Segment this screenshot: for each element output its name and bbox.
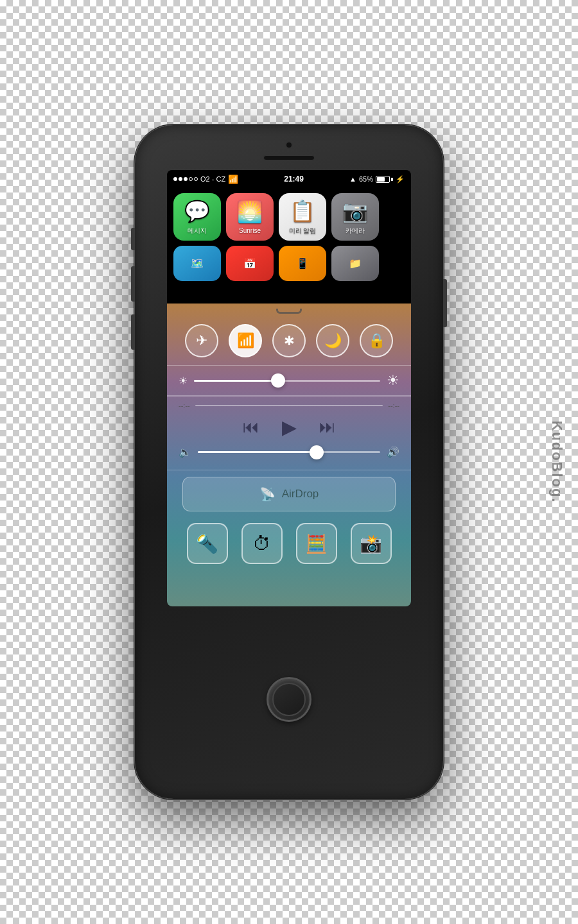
carrier-name: O2 - CZ [200, 175, 225, 183]
status-right: ▲ 65% ⚡ [349, 175, 405, 184]
volume-row: 🔈 🔊 [167, 443, 411, 465]
homescreen: 💬 메시지 🌅 Sunrise 📋 미리 알림 📷 카메라 🗺️ [167, 188, 411, 304]
bluetooth-icon: ✱ [284, 333, 295, 348]
brightness-low-icon: ☀ [179, 375, 188, 387]
app-folder[interactable]: 📁 [331, 246, 379, 281]
volume-low-icon: 🔈 [179, 446, 191, 458]
phone-screen: O2 - CZ 📶 21:49 ▲ 65% ⚡ 💬 [167, 170, 411, 606]
wifi-toggle-icon: 📶 [237, 332, 254, 349]
signal-dot-2 [179, 177, 182, 181]
lock-rotation-icon: 🔒 [368, 332, 385, 349]
mute-switch[interactable] [131, 228, 135, 250]
status-bar: O2 - CZ 📶 21:49 ▲ 65% ⚡ [167, 170, 411, 188]
app-reminders[interactable]: 📋 미리 알림 [279, 193, 326, 241]
status-left: O2 - CZ 📶 [173, 175, 238, 184]
app-camera[interactable]: 📷 카메라 [331, 193, 379, 241]
media-seek-row: --:-- --:-- [167, 402, 411, 413]
top-bezel [135, 125, 443, 170]
volume-high-icon: 🔊 [387, 446, 399, 458]
volume-fill [198, 451, 317, 453]
battery-percent: 65% [359, 175, 373, 183]
pull-chevron-icon [276, 309, 302, 314]
do-not-disturb-toggle[interactable]: 🌙 [316, 324, 349, 357]
flashlight-icon: 🔦 [196, 533, 218, 554]
bluetooth-toggle[interactable]: ✱ [272, 324, 306, 357]
app-messages[interactable]: 💬 메시지 [173, 193, 221, 241]
battery-tip [391, 178, 393, 181]
pull-indicator [167, 304, 411, 318]
brightness-high-icon: ☀ [387, 372, 399, 389]
calculator-icon: 🧮 [305, 533, 328, 554]
rotation-lock-toggle[interactable]: 🔒 [360, 324, 393, 357]
airdrop-icon: 📡 [259, 486, 276, 502]
battery-body [376, 176, 390, 183]
brightness-track[interactable] [194, 380, 380, 382]
app-calendar[interactable]: 📅 [226, 246, 274, 281]
sunrise-label: Sunrise [239, 227, 261, 234]
camera-label: 카메라 [346, 227, 365, 235]
watermark: KudoBlog. [548, 420, 565, 503]
messages-icon: 💬 [184, 199, 210, 223]
signal-dot-5 [194, 177, 198, 181]
airdrop-button[interactable]: 📡 AirDrop [182, 477, 396, 511]
media-time-start: --:-- [179, 402, 190, 409]
earpiece-speaker [263, 155, 315, 160]
airdrop-container: 📡 AirDrop [167, 470, 411, 511]
airplane-icon: ✈ [196, 332, 207, 349]
home-button-inner [272, 683, 306, 716]
control-center: ✈ 📶 ✱ 🌙 🔒 ☀ [167, 304, 411, 606]
quick-launch-row: 🔦 ⏱ 🧮 📸 [167, 518, 411, 569]
camera-quick-button[interactable]: 📸 [351, 523, 392, 564]
app-sunrise[interactable]: 🌅 Sunrise [226, 193, 274, 241]
wifi-status-icon: 📶 [228, 175, 238, 184]
play-button[interactable]: ▶ [282, 416, 297, 438]
charging-icon: ⚡ [396, 175, 405, 184]
brightness-thumb[interactable] [271, 373, 285, 388]
messages-label: 메시지 [188, 227, 207, 235]
power-button[interactable] [443, 279, 447, 327]
signal-dot-1 [173, 177, 177, 181]
brightness-row: ☀ ☀ [167, 366, 411, 396]
signal-indicator [173, 177, 198, 181]
media-seek-track[interactable] [195, 405, 383, 406]
fastforward-button[interactable]: ⏭ [319, 417, 336, 437]
toggles-row: ✈ 📶 ✱ 🌙 🔒 [167, 318, 411, 366]
brightness-fill [194, 380, 278, 382]
camera-icon: 📷 [342, 199, 368, 223]
app-row-2: 🗺️ 📅 📱 📁 [173, 246, 405, 281]
front-camera [285, 141, 293, 149]
media-controls-row: ⏮ ▶ ⏭ [167, 413, 411, 443]
battery-fill [377, 177, 385, 182]
app-maps[interactable]: 🗺️ [173, 246, 221, 281]
reminders-icon: 📋 [290, 199, 315, 223]
airplane-mode-toggle[interactable]: ✈ [185, 324, 218, 357]
volume-down-button[interactable] [131, 314, 135, 350]
airdrop-label: AirDrop [282, 488, 319, 501]
timer-icon: ⏱ [253, 533, 271, 554]
camera-quick-icon: 📸 [360, 533, 382, 554]
app-social[interactable]: 📱 [279, 246, 326, 281]
signal-dot-4 [189, 177, 193, 181]
phone-device: O2 - CZ 📶 21:49 ▲ 65% ⚡ 💬 [135, 125, 443, 799]
media-time-end: --:-- [388, 402, 399, 409]
rewind-button[interactable]: ⏮ [243, 417, 259, 437]
home-button[interactable] [267, 677, 311, 722]
status-time: 21:49 [284, 175, 304, 184]
app-row-1: 💬 메시지 🌅 Sunrise 📋 미리 알림 📷 카메라 [173, 193, 405, 241]
moon-icon: 🌙 [324, 332, 342, 349]
battery-indicator [376, 176, 393, 183]
timer-button[interactable]: ⏱ [241, 523, 283, 564]
calculator-button[interactable]: 🧮 [296, 523, 337, 564]
reminders-label: 미리 알림 [289, 227, 317, 235]
wifi-toggle[interactable]: 📶 [229, 324, 262, 357]
media-section: --:-- --:-- ⏮ ▶ ⏭ 🔈 🔊 [167, 396, 411, 470]
volume-up-button[interactable] [131, 266, 135, 302]
volume-thumb[interactable] [310, 445, 324, 459]
sunrise-icon: 🌅 [237, 200, 263, 224]
volume-track[interactable] [198, 451, 380, 453]
bottom-bezel [267, 606, 311, 799]
signal-dot-3 [184, 177, 188, 181]
flashlight-button[interactable]: 🔦 [187, 523, 228, 564]
location-icon: ▲ [349, 175, 356, 183]
